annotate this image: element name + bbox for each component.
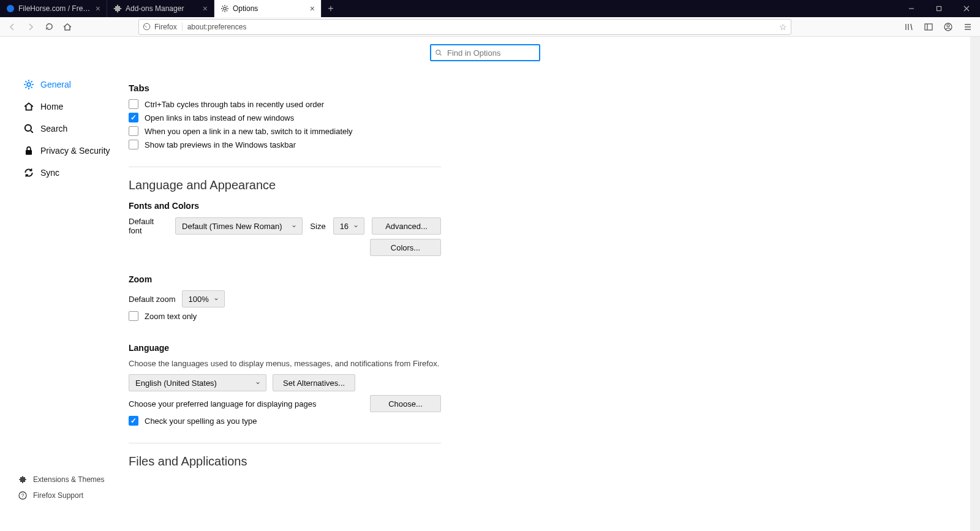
checkbox-label: Check your spelling as you type xyxy=(145,416,257,426)
category-general[interactable]: General xyxy=(18,73,123,96)
advanced-fonts-button[interactable]: Advanced... xyxy=(372,217,441,235)
locale-select[interactable]: English (United States) xyxy=(129,374,266,391)
account-button[interactable] xyxy=(940,18,957,36)
puzzle-icon xyxy=(18,475,27,484)
nav-toolbar: Firefox about:preferences ☆ xyxy=(0,17,980,37)
back-button[interactable] xyxy=(4,18,21,36)
language-title: Language xyxy=(129,343,441,353)
divider xyxy=(129,443,441,443)
close-icon[interactable]: × xyxy=(96,4,100,13)
category-label: Home xyxy=(40,102,63,111)
favicon-filehorse xyxy=(6,4,15,13)
browser-tab-options[interactable]: Options × xyxy=(214,0,322,17)
svg-rect-11 xyxy=(937,7,941,11)
search-wrap xyxy=(430,44,540,61)
svg-point-36 xyxy=(25,125,31,131)
section-files-applications: Files and Applications xyxy=(129,454,441,469)
tab-label: FileHorse.com / Free Software xyxy=(18,4,92,13)
home-icon xyxy=(23,101,34,112)
set-alternatives-button[interactable]: Set Alternatives... xyxy=(273,374,355,391)
minimize-button[interactable] xyxy=(897,0,925,17)
svg-line-6 xyxy=(222,6,223,7)
language-desc: Choose the languages used to display men… xyxy=(129,359,441,368)
close-icon[interactable]: × xyxy=(310,4,315,13)
browser-tab-filehorse[interactable]: FileHorse.com / Free Software × xyxy=(0,0,107,17)
url-text: about:preferences xyxy=(187,23,774,31)
svg-text:?: ? xyxy=(21,492,24,499)
fonts-colors-title: Fonts and Colors xyxy=(129,201,441,211)
checkbox-switch-immediately[interactable] xyxy=(129,126,138,136)
tab-label: Options xyxy=(233,4,306,13)
checkbox-ctrl-tab[interactable] xyxy=(129,99,138,109)
browser-tab-addons[interactable]: Add-ons Manager × xyxy=(107,0,214,17)
menu-button[interactable] xyxy=(959,18,976,36)
gear-icon xyxy=(23,79,34,90)
firefox-icon xyxy=(143,23,151,31)
link-label: Firefox Support xyxy=(33,491,83,500)
forward-button[interactable] xyxy=(22,18,39,36)
category-label: Privacy & Security xyxy=(40,146,110,156)
svg-line-9 xyxy=(222,10,223,11)
category-label: Search xyxy=(40,124,67,134)
category-label: Sync xyxy=(40,168,59,178)
vertical-scrollbar[interactable] xyxy=(970,37,980,531)
checkbox-label: Open links in tabs instead of new window… xyxy=(145,113,294,122)
svg-line-37 xyxy=(31,130,32,132)
category-search[interactable]: Search xyxy=(18,118,123,140)
default-font-select[interactable]: Default (Times New Roman) xyxy=(175,217,303,235)
lock-icon xyxy=(23,145,34,156)
bookmark-star-icon[interactable]: ☆ xyxy=(779,22,787,32)
url-bar[interactable]: Firefox about:preferences ☆ xyxy=(138,19,791,35)
zoom-title: Zoom xyxy=(129,274,441,284)
svg-line-34 xyxy=(31,81,32,82)
search-input[interactable] xyxy=(430,44,540,61)
svg-line-8 xyxy=(227,6,227,7)
home-button[interactable] xyxy=(59,18,76,36)
svg-point-0 xyxy=(7,5,14,12)
checkbox-open-links-tabs[interactable] xyxy=(129,113,138,122)
choose-language-button[interactable]: Choose... xyxy=(370,395,441,412)
svg-point-27 xyxy=(27,83,31,86)
font-size-select[interactable]: 16 xyxy=(333,217,364,235)
extensions-themes-link[interactable]: Extensions & Themes xyxy=(18,472,105,488)
default-font-label: Default font xyxy=(129,217,168,235)
category-sync[interactable]: Sync xyxy=(18,162,123,184)
checkbox-tab-previews[interactable] xyxy=(129,140,138,149)
checkbox-zoom-text-only[interactable] xyxy=(129,311,138,321)
svg-line-33 xyxy=(31,87,32,88)
section-language-appearance: Language and Appearance xyxy=(129,178,441,192)
svg-line-17 xyxy=(911,24,912,30)
search-icon xyxy=(23,123,34,134)
search-icon xyxy=(435,49,442,56)
tab-label: Add-ons Manager xyxy=(126,4,199,13)
category-label: General xyxy=(40,80,71,89)
category-privacy[interactable]: Privacy & Security xyxy=(18,140,123,162)
firefox-support-link[interactable]: ? Firefox Support xyxy=(18,488,105,503)
reload-button[interactable] xyxy=(40,18,58,36)
svg-rect-38 xyxy=(26,150,32,155)
gear-icon xyxy=(221,4,229,13)
checkbox-label: Zoom text only xyxy=(145,312,197,321)
main-pane: Tabs Ctrl+Tab cycles through tabs in rec… xyxy=(123,37,453,531)
svg-point-21 xyxy=(947,24,949,27)
maximize-button[interactable] xyxy=(925,0,952,17)
svg-rect-18 xyxy=(925,24,932,30)
new-tab-button[interactable]: + xyxy=(322,0,340,17)
category-sidebar: General Home Search Privacy & Security S… xyxy=(0,37,123,531)
close-icon[interactable]: × xyxy=(203,4,208,13)
checkbox-label: Show tab previews in the Windows taskbar xyxy=(145,140,296,149)
checkbox-label: When you open a link in a new tab, switc… xyxy=(145,127,353,136)
sidebar-button[interactable] xyxy=(920,18,937,36)
default-zoom-select[interactable]: 100% xyxy=(182,290,225,307)
svg-point-14 xyxy=(143,23,150,30)
checkbox-spellcheck[interactable] xyxy=(129,416,138,426)
colors-button[interactable]: Colors... xyxy=(370,239,441,256)
svg-point-25 xyxy=(436,50,440,55)
sidebar-bottom: Extensions & Themes ? Firefox Support xyxy=(18,472,105,503)
category-home[interactable]: Home xyxy=(18,96,123,118)
checkbox-label: Ctrl+Tab cycles through tabs in recently… xyxy=(145,100,324,109)
preferences-content: General Home Search Privacy & Security S… xyxy=(0,37,970,531)
pages-language-desc: Choose your preferred language for displ… xyxy=(129,399,316,409)
close-window-button[interactable] xyxy=(952,0,980,17)
library-button[interactable] xyxy=(900,18,918,36)
